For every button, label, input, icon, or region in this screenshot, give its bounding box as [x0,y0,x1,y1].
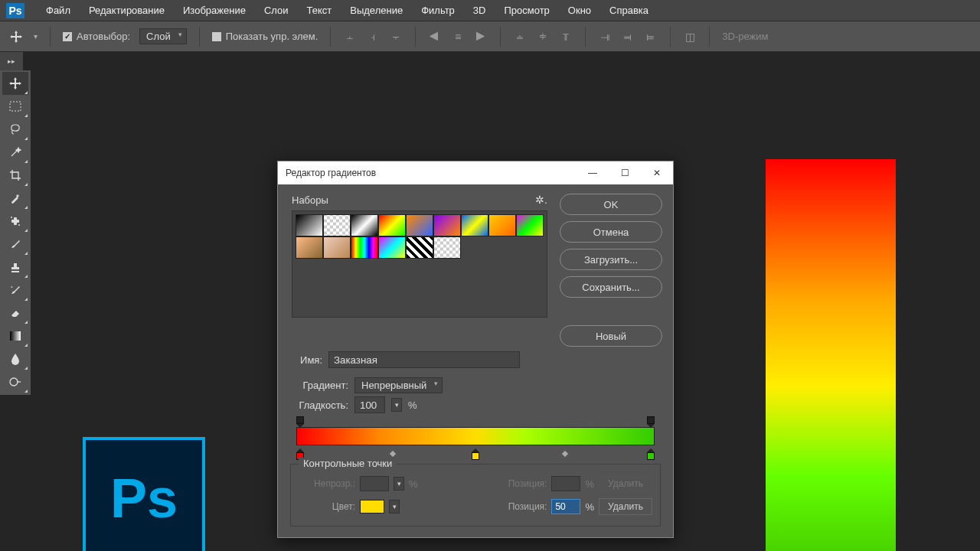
gradient-editor-dialog: Редактор градиентов — ☐ ✕ Наборы ✲. [277,161,674,538]
move-tool-icon [8,28,24,45]
midpoint-handle[interactable] [560,449,569,458]
svg-point-3 [11,217,12,218]
preset-swatch[interactable] [488,214,516,236]
preset-swatch[interactable] [323,236,351,259]
menu-layers[interactable]: Слои [255,0,298,21]
menu-filter[interactable]: Фильтр [412,0,464,21]
color-well-dropdown[interactable]: ▾ [389,500,400,514]
presets-grid [292,210,547,318]
autoselect-target-dropdown[interactable]: Слой [139,28,187,44]
canvas-gradient-preview [766,159,896,551]
gradient-name-input[interactable] [328,351,520,368]
cancel-button[interactable]: Отмена [560,221,662,243]
align-hcenter-icon[interactable]: ≡ [451,30,465,44]
close-button[interactable]: ✕ [641,161,673,184]
blur-tool[interactable] [2,347,28,370]
menu-edit[interactable]: Редактирование [80,0,174,21]
crop-tool[interactable] [2,164,28,187]
history-brush-tool[interactable] [2,279,28,302]
menu-window[interactable]: Окно [559,0,600,21]
dodge-tool[interactable] [2,370,28,393]
photoshop-badge: Ps [83,437,205,551]
gradient-tool[interactable] [2,324,28,347]
preset-swatch[interactable] [296,236,323,259]
eraser-tool[interactable] [2,302,28,324]
expand-panels-icon[interactable]: ▸▸ [0,52,23,70]
svg-rect-0 [10,102,21,111]
svg-point-4 [18,224,20,226]
lasso-tool[interactable] [2,118,28,141]
preset-swatch[interactable] [406,236,433,259]
new-button[interactable]: Новый [560,325,662,347]
preset-swatch[interactable] [378,214,406,236]
preset-swatch[interactable] [461,214,488,236]
ok-button[interactable]: OK [560,194,662,215]
distribute-left-icon[interactable]: ⫣ [598,30,612,44]
opacity-stepper: ▾ [394,477,404,491]
distribute-hcenter-icon[interactable]: ⫤ [621,30,635,44]
gradient-type-dropdown[interactable]: Непрерывный [354,377,443,393]
preset-swatch[interactable] [433,236,461,259]
3d-mode-label: 3D-режим [722,31,768,42]
preset-swatch[interactable] [406,214,433,236]
color-position-input[interactable] [551,499,580,514]
opacity-position-input [551,476,580,491]
distribute-vcenter-icon[interactable]: ⫩ [536,30,550,44]
load-button[interactable]: Загрузить... [560,249,662,270]
brush-tool[interactable] [2,233,28,256]
healing-brush-tool[interactable] [2,210,28,233]
preset-swatch[interactable] [351,214,378,236]
auto-align-icon[interactable]: ◫ [683,30,697,44]
gradient-ramp[interactable] [296,418,655,461]
eyedropper-tool[interactable] [2,187,28,210]
delete-color-stop-button[interactable]: Удалить [599,498,652,515]
marquee-tool[interactable] [2,95,28,118]
menu-select[interactable]: Выделение [341,0,412,21]
presets-settings-icon[interactable]: ✲. [535,194,547,206]
minimize-button[interactable]: — [577,161,609,184]
align-bottom-icon[interactable]: ⫟ [389,30,403,44]
menu-view[interactable]: Просмотр [495,0,558,21]
preset-swatch[interactable] [378,236,406,259]
delete-opacity-stop-button: Удалить [599,475,652,492]
chevron-down-icon[interactable]: ▾ [34,32,38,41]
align-left-icon[interactable]: ⯇ [428,30,442,44]
name-label: Имя: [292,354,322,366]
color-well[interactable] [360,500,384,514]
preset-swatch[interactable] [351,236,378,259]
magic-wand-tool[interactable] [2,141,28,164]
preset-swatch[interactable] [516,214,544,236]
color-stop[interactable] [647,448,655,459]
control-points-group: Контрольные точки Непрозр.: ▾ % Позиция:… [290,464,661,527]
preset-swatch[interactable] [433,214,461,236]
distribute-top-icon[interactable]: ⫨ [513,30,527,44]
color-label: Цвет: [302,501,355,512]
align-vcenter-icon[interactable]: ⫞ [366,30,380,44]
menu-text[interactable]: Текст [298,0,341,21]
smoothness-input[interactable] [354,396,385,413]
maximize-button[interactable]: ☐ [609,161,641,184]
preset-swatch[interactable] [323,214,351,236]
dialog-title: Редактор градиентов [286,168,577,178]
show-controls-checkbox[interactable]: Показать упр. элем. [212,31,318,42]
distribute-right-icon[interactable]: ⫢ [644,30,658,44]
menu-3d[interactable]: 3D [464,0,495,21]
save-button[interactable]: Сохранить... [560,276,662,298]
preset-swatch[interactable] [296,214,323,236]
align-top-icon[interactable]: ⫠ [343,30,357,44]
svg-rect-5 [10,331,21,341]
autoselect-checkbox[interactable]: Автовыбор: [63,31,130,42]
menu-help[interactable]: Справка [600,0,658,21]
dialog-titlebar[interactable]: Редактор градиентов — ☐ ✕ [278,161,673,184]
smoothness-stepper[interactable]: ▾ [391,398,402,412]
align-right-icon[interactable]: ⯈ [474,30,488,44]
stamp-tool[interactable] [2,256,28,279]
distribute-bottom-icon[interactable]: ⫪ [559,30,573,44]
smooth-label: Гладкость: [296,399,348,411]
color-stop[interactable] [472,448,479,459]
menu-file[interactable]: Файл [37,0,80,21]
menu-image[interactable]: Изображение [174,0,255,21]
move-tool[interactable] [2,72,28,95]
opacity-input [360,476,389,491]
midpoint-handle[interactable] [389,449,397,458]
